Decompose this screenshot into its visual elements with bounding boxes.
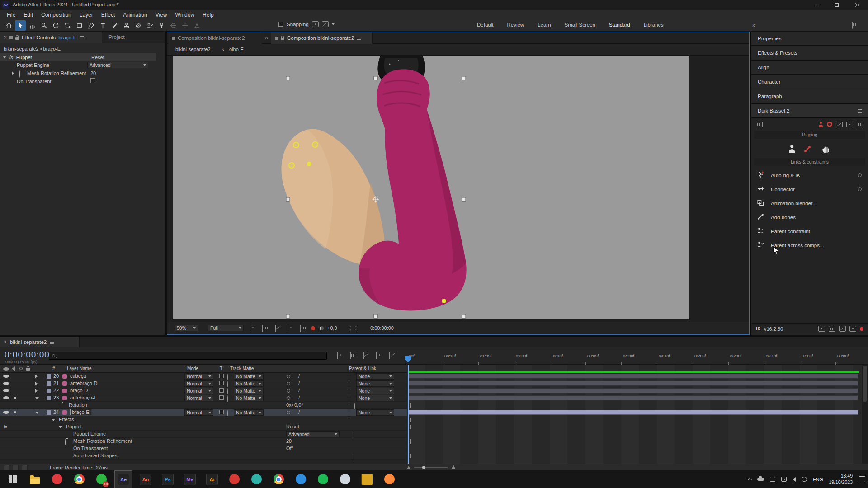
- layer-name[interactable]: cabeça: [70, 373, 86, 379]
- duik-controller-icon[interactable]: [836, 122, 843, 127]
- panel-menu-icon[interactable]: [858, 109, 862, 113]
- opera-icon[interactable]: [48, 470, 66, 488]
- timeline-scrollbar[interactable]: [862, 365, 868, 464]
- menu-help[interactable]: Help: [198, 12, 218, 18]
- hand-tool[interactable]: [27, 20, 38, 31]
- app-amber-icon[interactable]: [358, 470, 376, 488]
- clone-stamp-tool[interactable]: [121, 20, 132, 31]
- menu-layer[interactable]: Layer: [75, 12, 97, 18]
- menu-composition[interactable]: Composition: [37, 12, 75, 18]
- panel-tab-paragraph[interactable]: Paragraph: [751, 89, 868, 104]
- draft-3d-icon[interactable]: [350, 352, 351, 359]
- property-label[interactable]: Rotation: [69, 402, 87, 408]
- animate-icon[interactable]: An: [137, 470, 155, 488]
- whatsapp-icon[interactable]: 18: [92, 470, 110, 488]
- timeline-row[interactable]: Rotation0x+0,0°: [0, 402, 868, 409]
- property-value[interactable]: 20: [286, 438, 292, 444]
- visibility-toggle[interactable]: [3, 411, 9, 414]
- timeline-row[interactable]: 21antebraço-DNormalNo Matte/None: [0, 380, 868, 387]
- duik-item-connector[interactable]: Connector: [751, 182, 868, 196]
- duik-autorig-icon[interactable]: [827, 122, 832, 127]
- label-color-chip[interactable]: [47, 396, 51, 400]
- reset-exposure-icon[interactable]: [311, 326, 315, 330]
- timeline-row[interactable]: 23antebraço-ENormalNo Matte/None: [0, 394, 868, 402]
- col-t[interactable]: T: [220, 366, 222, 371]
- close-tab-icon[interactable]: ×: [4, 339, 7, 345]
- duik-item-animation-blender-[interactable]: Animation blender...: [751, 196, 868, 210]
- brush-tool[interactable]: [109, 20, 120, 31]
- app-teal-icon[interactable]: [247, 470, 265, 488]
- exposure-value[interactable]: +0,0: [327, 325, 337, 331]
- layer-name[interactable]: braço-E: [70, 409, 91, 415]
- tray-cloud-icon[interactable]: [757, 478, 764, 481]
- timeline-row[interactable]: Mesh Rotation Refinement20: [0, 438, 868, 445]
- label-color-chip[interactable]: [47, 389, 51, 393]
- resolution-dropdown[interactable]: Full: [208, 325, 244, 331]
- tray-language[interactable]: ENG: [813, 477, 823, 482]
- property-label[interactable]: Mesh Rotation Refinement: [73, 438, 132, 444]
- tray-volume-icon[interactable]: [793, 477, 796, 482]
- tray-clock[interactable]: 18:49 19/10/2023: [829, 473, 853, 485]
- lock-icon[interactable]: [15, 37, 19, 40]
- edge-icon[interactable]: [292, 470, 310, 488]
- duik-help-icon[interactable]: [829, 326, 835, 332]
- effect-expander-icon[interactable]: [3, 56, 6, 58]
- pen-tool[interactable]: [85, 20, 96, 31]
- type-tool[interactable]: [97, 20, 108, 31]
- chrome-icon-2[interactable]: [269, 470, 288, 488]
- effect-name[interactable]: Puppet: [16, 55, 32, 60]
- audio-dot[interactable]: [14, 411, 16, 413]
- options-badge-icon[interactable]: [858, 187, 862, 191]
- property-value[interactable]: 0x+0,0°: [286, 402, 303, 408]
- mode-dropdown[interactable]: Normal: [184, 395, 213, 401]
- label-color-chip[interactable]: [47, 381, 51, 386]
- workspace-small-screen[interactable]: Small Screen: [565, 22, 595, 28]
- col-parent-link[interactable]: Parent & Link: [349, 366, 376, 371]
- col-track-matte[interactable]: Track Matte: [230, 366, 254, 371]
- viewer-timecode[interactable]: 0:00:00:00: [370, 325, 394, 331]
- illustrator-icon[interactable]: Ai: [203, 470, 221, 488]
- track-matte-dropdown[interactable]: No Matte: [234, 380, 264, 387]
- property-value[interactable]: Reset: [286, 424, 299, 429]
- layer-duration-bar[interactable]: [408, 388, 858, 393]
- label-color-chip[interactable]: [47, 374, 51, 379]
- timeline-row[interactable]: Puppet EngineAdvanced: [0, 431, 868, 438]
- time-ruler[interactable]: 00f00:10f01:05f02:00f02:10f03:05f04:00f0…: [407, 347, 862, 365]
- duik-camera-icon[interactable]: [846, 122, 853, 127]
- workspace-overflow-icon[interactable]: »: [752, 22, 755, 28]
- col-mode[interactable]: Mode: [187, 366, 198, 371]
- menu-view[interactable]: View: [151, 12, 171, 18]
- layer-duration-bar[interactable]: [408, 374, 858, 379]
- firefox-icon[interactable]: [380, 470, 398, 488]
- tab-composition-active[interactable]: Composition bikini-separate2: [271, 32, 373, 44]
- panel-menu-icon[interactable]: [50, 341, 54, 344]
- menu-effect[interactable]: Effect: [97, 12, 119, 18]
- choose-grid-icon[interactable]: [250, 325, 250, 332]
- panel-menu-icon[interactable]: [357, 37, 361, 40]
- transparency-grid-icon[interactable]: [288, 325, 288, 332]
- region-of-interest-icon[interactable]: [275, 325, 276, 332]
- t-checkbox[interactable]: [219, 374, 224, 378]
- tab-effect-controls[interactable]: × Effect Controls braço-E: [0, 32, 102, 43]
- duik-settings-icon[interactable]: [839, 326, 846, 332]
- effect-header-row[interactable]: fx Puppet Reset: [0, 53, 156, 61]
- start-button[interactable]: [4, 470, 22, 488]
- menu-file[interactable]: File: [3, 12, 19, 18]
- snapping-caret-icon[interactable]: [332, 23, 335, 25]
- breadcrumb-item[interactable]: olho-E: [229, 47, 244, 52]
- effects-switch-icon[interactable]: /: [298, 380, 300, 386]
- selection-tool[interactable]: [15, 20, 26, 31]
- track-matte-dropdown[interactable]: No Matte: [234, 388, 264, 394]
- quality-icon[interactable]: [287, 396, 290, 400]
- zoom-dropdown[interactable]: 50%: [175, 325, 198, 331]
- hand-icon[interactable]: [821, 144, 831, 154]
- on-transparent-checkbox[interactable]: [90, 78, 95, 83]
- property-label[interactable]: Puppet Engine: [73, 431, 106, 436]
- panel-tab-properties[interactable]: Properties: [751, 32, 868, 46]
- tab-project[interactable]: Project: [108, 34, 125, 40]
- scrollbar-thumb[interactable]: [863, 366, 867, 402]
- layer-name[interactable]: braço-D: [70, 388, 88, 393]
- t-checkbox[interactable]: [219, 410, 224, 414]
- home-tool[interactable]: [3, 20, 14, 31]
- puppet-pin-tool[interactable]: [156, 20, 167, 31]
